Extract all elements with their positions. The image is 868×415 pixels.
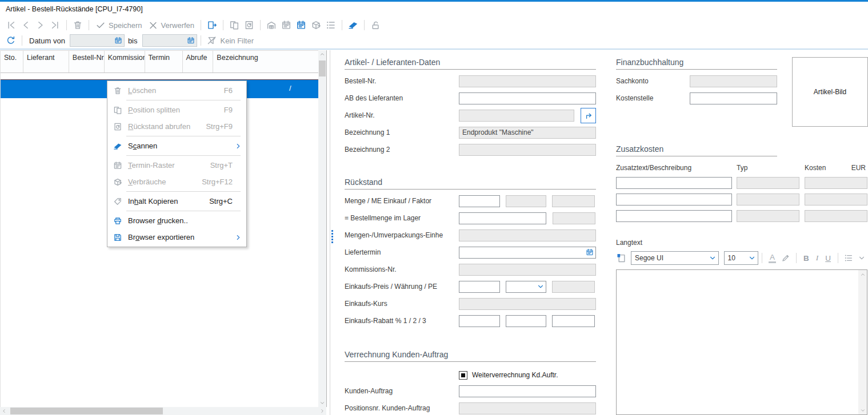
column-header-lieferant[interactable]: Lieferant	[23, 51, 69, 72]
zusatztext-input[interactable]	[616, 177, 732, 189]
chevron-down-icon[interactable]	[855, 254, 868, 262]
list-icon	[323, 20, 338, 30]
scroll-up-arrow[interactable]	[858, 270, 867, 279]
save-icon	[107, 233, 128, 242]
positionsnr-input	[459, 402, 596, 414]
menu-item-browser-exportieren[interactable]: Browser exportieren	[107, 229, 246, 245]
table-horizontal-scrollbar[interactable]	[0, 407, 326, 415]
menu-shortcut: F6	[224, 86, 246, 95]
bezeichnung1-input	[459, 127, 596, 139]
scrollbar-thumb[interactable]	[10, 408, 163, 414]
scroll-left-arrow[interactable]	[0, 407, 8, 415]
calendar-icon	[107, 161, 128, 170]
calendar-icon[interactable]	[114, 37, 122, 45]
column-header-bestell-nr[interactable]: Bestell-Nr.	[69, 51, 105, 72]
zusatztext-input[interactable]	[616, 194, 732, 206]
form-row: Positionsnr. Kunden-Auftrag	[345, 400, 596, 415]
form-row: Einkaufs-Preis / Währung / PE	[345, 278, 596, 295]
liefertermin-field	[459, 247, 596, 259]
scrollbar-thumb[interactable]	[319, 61, 326, 76]
me-einkauf-input	[506, 195, 546, 207]
kunden-auftrag-input[interactable]	[459, 385, 596, 397]
form-row: = Bestellmenge im Lager	[345, 209, 596, 227]
field-label: Artikel-Nr.	[345, 111, 459, 119]
column-header-abrufe[interactable]: Abrufe	[183, 51, 213, 72]
main-toolbar: Speichern Verwerfen	[3, 17, 383, 33]
weiterverrechnung-checkbox[interactable]	[459, 371, 467, 380]
form-row: Mengen-/Umverpackungs-Einhe	[345, 227, 596, 244]
calendar-icon[interactable]	[586, 248, 594, 256]
toolbar-separator	[364, 20, 365, 30]
bend-arrow-icon	[584, 111, 593, 120]
calendar-icon	[279, 20, 294, 30]
artikel-nr-input	[459, 110, 574, 122]
refresh-icon[interactable]	[3, 35, 18, 46]
table-vertical-scrollbar[interactable]	[318, 50, 326, 407]
kosten-input	[805, 177, 867, 189]
section-artikel-lieferanten-daten: Artikel- / Lieferanten-Daten Bestell-Nr.…	[345, 57, 596, 158]
ab-lieferanten-input[interactable]	[459, 92, 596, 104]
waehrung-dropdown[interactable]	[506, 281, 546, 293]
menu-item-browser-drucken[interactable]: Browser drucken..	[107, 212, 246, 229]
scroll-down-arrow[interactable]	[858, 406, 867, 414]
rabatt2-input[interactable]	[506, 315, 546, 327]
einkaufs-preis-input[interactable]	[459, 281, 500, 293]
form-row: Einkaufs-Kurs	[345, 295, 596, 312]
bullet-list-icon	[842, 253, 855, 263]
datum-von-field[interactable]	[70, 34, 125, 47]
zusatzkosten-row	[616, 191, 868, 208]
field-label: Bestell-Nr.	[345, 77, 459, 85]
scroll-right-arrow[interactable]	[318, 407, 326, 415]
font-size-select[interactable]: 10	[724, 251, 758, 265]
field-label: Positionsnr. Kunden-Auftrag	[345, 404, 459, 412]
column-header-sto[interactable]: Sto.	[1, 51, 23, 72]
italic-button: I	[813, 253, 822, 263]
form-row: Weiterverrechnung Kd.Auftr.	[345, 368, 596, 382]
paste-doc-icon[interactable]	[616, 253, 629, 263]
column-header-bezeichnung[interactable]: Bezeichnung	[213, 51, 318, 72]
liefertermin-input[interactable]	[459, 247, 596, 259]
field-label: Kunden-Auftrag	[345, 387, 459, 395]
bestellmenge-input[interactable]	[459, 212, 546, 224]
calendar-accent-icon[interactable]	[294, 20, 309, 30]
underline-button: U	[822, 254, 834, 263]
typ-input	[737, 194, 799, 206]
kostenstelle-input[interactable]	[690, 92, 777, 104]
menu-item-scannen[interactable]: Scannen	[107, 138, 246, 154]
menu-item-verbraeuche: Verbräuche Strg+F12	[107, 174, 246, 190]
delete-button	[70, 20, 85, 30]
kein-filter-label: Kein Filter	[219, 37, 257, 45]
goto-artikel-button[interactable]	[581, 108, 596, 123]
field-label: Bezeichnung 1	[345, 128, 459, 136]
artikel-bild-label: Artikel-Bild	[814, 88, 846, 96]
document-arrow-icon[interactable]	[205, 20, 219, 30]
calendar-icon[interactable]	[187, 37, 195, 45]
toolbar-separator	[89, 20, 89, 30]
rabatt3-input[interactable]	[552, 315, 595, 327]
splitter-handle[interactable]	[331, 230, 333, 243]
scroll-up-arrow[interactable]	[318, 50, 326, 58]
datum-von-input[interactable]	[70, 35, 114, 46]
langtext-textarea[interactable]	[617, 270, 858, 414]
datum-bis-field[interactable]	[142, 34, 197, 47]
font-family-select[interactable]: Segoe UI	[631, 251, 719, 265]
scanner-icon[interactable]	[346, 20, 361, 30]
menge-input[interactable]	[459, 195, 500, 207]
column-header: EUR	[851, 164, 866, 172]
bezeichnung2-input	[459, 144, 596, 156]
scroll-down-arrow[interactable]	[318, 399, 326, 407]
column-header-kommission[interactable]: Kommission	[105, 51, 145, 72]
section-heading: Zusatzkosten	[616, 144, 777, 156]
bestell-nr-input	[459, 75, 596, 87]
section-heading: Finanzbuchhaltung	[616, 57, 777, 70]
section-heading: Artikel- / Lieferanten-Daten	[345, 57, 596, 70]
column-header-termin[interactable]: Termin	[145, 51, 183, 72]
rabatt1-input[interactable]	[459, 315, 500, 327]
datum-bis-input[interactable]	[143, 35, 187, 46]
bold-button: B	[800, 254, 813, 263]
font-family-value: Segoe UI	[635, 254, 663, 262]
zusatztext-input[interactable]	[616, 210, 732, 222]
scanner-icon	[107, 142, 128, 151]
langtext-scrollbar[interactable]	[858, 270, 867, 414]
menu-item-inhalt-kopieren[interactable]: Inhalt Kopieren Strg+C	[107, 193, 246, 209]
